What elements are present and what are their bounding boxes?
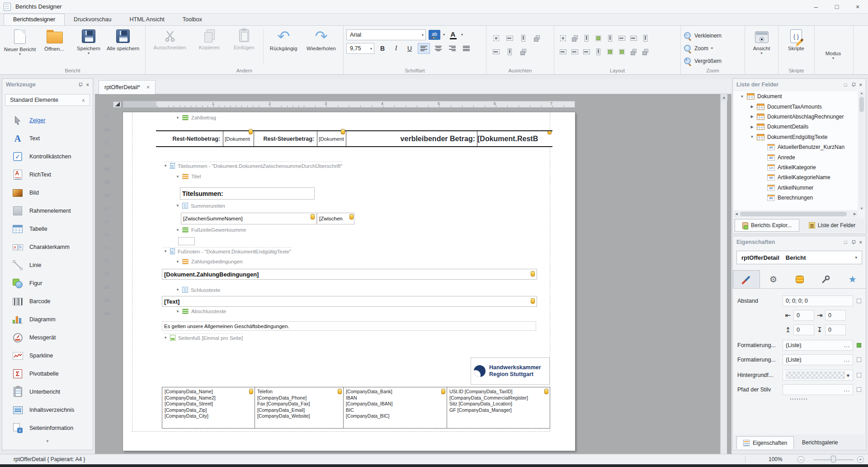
maximize-button[interactable]: □: [826, 0, 847, 13]
align-middles-icon[interactable]: [506, 48, 514, 56]
toolbox-item-bild[interactable]: Bild: [2, 184, 93, 202]
paste-button[interactable]: Einfügen: [227, 28, 261, 66]
checkbox-icon[interactable]: [857, 387, 861, 392]
abstand-value[interactable]: 0; 0; 0; 0: [783, 295, 853, 306]
align-left-button[interactable]: [418, 43, 430, 54]
company-col-bank[interactable]: [CompanyData_Bank] IBAN [CompanyData_IBA…: [344, 387, 447, 428]
new-report-button[interactable]: Neuer Bericht▾: [3, 28, 37, 66]
align-tops-icon[interactable]: [492, 48, 500, 56]
pin-icon[interactable]: [852, 240, 855, 244]
tree-field-aktuellerbenutzer[interactable]: abAktuellerBenutzer_KurzNan: [734, 142, 858, 152]
collapse-icon[interactable]: ▼: [164, 249, 167, 253]
pin-icon[interactable]: [852, 83, 855, 87]
expander-icon[interactable]: ▶: [750, 105, 754, 109]
pad-top-input[interactable]: 0: [793, 324, 814, 335]
empty-field[interactable]: [178, 237, 195, 245]
rest-steuer-field[interactable]: [Dokument: [317, 131, 346, 146]
band-summenzeilen[interactable]: ▼ Summenzeilen: [176, 203, 225, 209]
company-logo[interactable]: Handwerkskammer Region Stuttgart: [471, 357, 550, 385]
align-rights-icon[interactable]: [533, 34, 541, 42]
mode-button[interactable]: Modus ▾: [817, 28, 849, 66]
underline-button[interactable]: U: [404, 43, 415, 54]
copy-button[interactable]: Kopieren: [191, 28, 227, 66]
zoom-out-button[interactable]: – Verkleinern: [684, 30, 722, 41]
collapse-icon[interactable]: ▼: [176, 288, 179, 292]
chevron-down-icon[interactable]: ▼: [2, 439, 93, 443]
close-icon[interactable]: ×: [146, 84, 150, 91]
checkbox-icon[interactable]: [857, 357, 861, 362]
tree-node-dokument[interactable]: ▼Dokument: [734, 91, 858, 101]
band-fusszeile-gewerksumme[interactable]: ▼ FußzeileGewerksumme: [176, 227, 246, 233]
object-selector-combo[interactable]: rptOfferDetail Bericht ▾: [736, 251, 862, 264]
layout-hspace-icon[interactable]: [606, 34, 614, 42]
font-name-combo[interactable]: Arial▾: [346, 29, 426, 40]
tree-node-dokumentdetails[interactable]: ▶DokumentDetails: [734, 122, 858, 132]
report-page[interactable]: ▼ Zahlbetrag Rest-Nettobetrag: [Dokument…: [123, 112, 575, 451]
tab-html-ansicht[interactable]: HTML Ansicht: [120, 14, 173, 25]
toolbox-item-inhaltsverzeichnis[interactable]: Inhaltsverzeichnis: [2, 401, 93, 419]
toolbox-item-kontrollkaestchen[interactable]: ✓ Kontrollkästchen: [2, 148, 93, 166]
zoom-button[interactable]: Zoom ▾: [684, 43, 722, 54]
bold-button[interactable]: B: [377, 43, 388, 54]
tree-field-artikelnummer[interactable]: abArtikelNummer: [734, 183, 858, 193]
font-size-combo[interactable]: 9,75▾: [346, 43, 374, 54]
chevron-down-icon[interactable]: ▾: [461, 33, 463, 37]
pad-right-input[interactable]: 0: [825, 310, 846, 321]
zoom-out-button[interactable]: –: [797, 456, 804, 463]
zwischensumme-value-field[interactable]: [Zwischen: [317, 213, 354, 224]
redo-button[interactable]: ↷ Wiederholen: [302, 28, 340, 66]
rest-netto-label[interactable]: Rest-Nettobetrag:: [156, 131, 223, 146]
company-col-legal[interactable]: USt.ID [CompanyData_TaxID] [CompanyData_…: [447, 387, 550, 428]
ellipsis-button[interactable]: ...: [844, 357, 850, 363]
tree-node-endgueltigtexte[interactable]: ▼DokumentEndgültigTexte: [734, 132, 858, 142]
collapse-icon[interactable]: ▼: [176, 204, 179, 208]
checkbox-icon[interactable]: [857, 373, 861, 377]
restore-icon[interactable]: □: [844, 239, 847, 245]
cut-button[interactable]: Ausschneiden: [148, 28, 191, 66]
company-data-table[interactable]: [CompanyData_Name] [CompanyData_Name2] […: [162, 387, 550, 429]
toolbox-item-diagramm[interactable]: Diagramm: [2, 310, 93, 329]
close-icon[interactable]: ×: [859, 239, 862, 245]
layout-hspace-dec-icon[interactable]: [630, 34, 637, 42]
minimize-button[interactable]: –: [806, 0, 826, 13]
layout-hspace-remove-icon[interactable]: [642, 34, 649, 42]
scroll-up-icon[interactable]: ▲: [859, 91, 865, 95]
tree-node-documenttaxamounts[interactable]: ▶DocumentTaxAmounts: [734, 101, 858, 111]
tab-behavior[interactable]: ⚙: [760, 270, 786, 288]
tab-appearance[interactable]: [733, 270, 760, 288]
rest-steuer-label[interactable]: Rest-Steuerbetrag:: [254, 131, 317, 146]
toolbox-item-zeiger[interactable]: Zeiger: [2, 111, 93, 129]
justify-button[interactable]: [461, 43, 472, 54]
zahlung-bedingungen-field[interactable]: [Dokument.ZahlungBedingungen]: [162, 269, 537, 280]
tab-druckvorschau[interactable]: Druckvorschau: [65, 14, 120, 25]
ellipsis-button[interactable]: ...: [844, 386, 850, 393]
collapse-icon[interactable]: ▼: [176, 175, 179, 179]
toolbox-section-header[interactable]: Standard Elemente ∧: [5, 94, 90, 106]
formatierung2-value[interactable]: (Liste) ...: [783, 354, 853, 365]
layout-vspace-remove-icon[interactable]: [594, 48, 602, 56]
collapse-icon[interactable]: ▼: [164, 164, 167, 168]
tab-berichtsgalerie[interactable]: Berichtsgalerie: [796, 436, 844, 449]
close-icon[interactable]: ×: [86, 82, 89, 87]
checkbox-icon[interactable]: [857, 299, 861, 303]
tab-design[interactable]: [813, 270, 839, 288]
scroll-down-icon[interactable]: ▼: [859, 207, 865, 210]
verbleibender-betrag-field[interactable]: [Dokument.RestB: [477, 131, 552, 146]
toolbox-item-pivottabelle[interactable]: Σ Pivottabelle: [2, 365, 93, 383]
expander-icon[interactable]: ▶: [750, 125, 754, 129]
tab-toolbox[interactable]: Toolbox: [174, 14, 211, 25]
hintergrund-value[interactable]: ▾: [783, 370, 853, 381]
stylesheet-value[interactable]: ...: [783, 384, 853, 395]
text-field[interactable]: [Text]: [162, 296, 537, 307]
chevron-down-icon[interactable]: ▾: [847, 372, 850, 379]
collapse-icon[interactable]: ▼: [176, 228, 179, 232]
layout-center-v-icon[interactable]: [618, 48, 626, 56]
toolbox-item-unterbericht[interactable]: Unterbericht: [2, 383, 93, 401]
design-canvas[interactable]: 1 2 3 4 5 6 7 ▲ ▼ Zahlbetrag: [95, 94, 731, 454]
formatierung1-value[interactable]: (Liste) ...: [783, 340, 853, 351]
zoom-in-button[interactable]: + Vergrößern: [684, 56, 722, 67]
toolbox-item-rahmenelement[interactable]: Rahmenelement: [2, 202, 93, 220]
splitter-handle[interactable]: [790, 398, 808, 400]
pad-bottom-input[interactable]: 0: [825, 324, 846, 335]
expander-icon[interactable]: ▼: [740, 95, 744, 99]
